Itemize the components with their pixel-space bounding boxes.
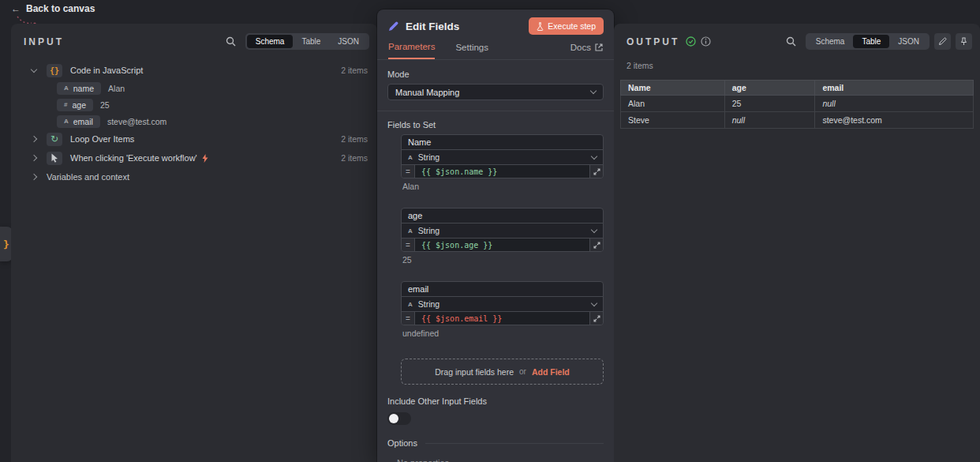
- schema-field-email[interactable]: A email steve@test.com: [11, 113, 368, 130]
- expression-mode-toggle[interactable]: =: [402, 239, 415, 251]
- output-search-button[interactable]: [781, 36, 801, 47]
- chevron-right-icon[interactable]: [31, 174, 37, 180]
- field-type-value: String: [418, 299, 440, 309]
- cell-name[interactable]: Alan: [621, 96, 725, 112]
- field-type-select[interactable]: A String: [401, 149, 604, 165]
- node-details-panel: Edit Fields Execute step Parameters Sett…: [377, 9, 614, 462]
- options-label: Options: [387, 438, 417, 448]
- expression-input[interactable]: {{ $json.age }}: [415, 239, 589, 251]
- cell-name[interactable]: Steve: [621, 112, 725, 129]
- field-type-value: String: [418, 152, 440, 162]
- include-other-fields-toggle[interactable]: [387, 412, 411, 425]
- chevron-right-icon[interactable]: [31, 136, 37, 142]
- tree-node-variables-and-context[interactable]: Variables and context: [11, 167, 368, 186]
- column-header-age[interactable]: age: [724, 81, 815, 96]
- field-type-select[interactable]: A String: [401, 223, 604, 239]
- mode-select[interactable]: Manual Mapping: [387, 84, 604, 100]
- loop-arrow-icon: ↻: [50, 133, 58, 145]
- expression-input[interactable]: {{ $json.name }}: [415, 165, 589, 178]
- number-type-icon: #: [64, 101, 67, 108]
- expression-preview: 25: [402, 255, 604, 265]
- output-tab-json[interactable]: JSON: [889, 35, 928, 48]
- add-field-link[interactable]: Add Field: [532, 367, 570, 377]
- back-link-label: Back to canvas: [26, 3, 95, 14]
- drag-hint-text: Drag input fields here: [435, 367, 514, 377]
- field-key: name: [73, 84, 94, 93]
- field-type-value: String: [418, 226, 440, 235]
- output-panel: OUTPUT Schema Table JSON: [614, 24, 980, 462]
- input-search-button[interactable]: [221, 36, 241, 47]
- field-type-select[interactable]: A String: [401, 296, 604, 312]
- field-pill[interactable]: # age: [57, 99, 93, 111]
- mode-value: Manual Mapping: [395, 88, 459, 97]
- column-header-name[interactable]: Name: [621, 81, 725, 96]
- expand-expression-button[interactable]: [589, 239, 603, 251]
- docs-link[interactable]: Docs: [570, 43, 603, 58]
- execute-step-button[interactable]: Execute step: [529, 17, 604, 35]
- output-tab-schema[interactable]: Schema: [807, 35, 854, 48]
- tab-settings[interactable]: Settings: [455, 43, 488, 58]
- pin-data-button[interactable]: [956, 33, 972, 50]
- tree-node-label: When clicking 'Execute workflow': [70, 153, 197, 163]
- field-key: email: [73, 117, 93, 126]
- input-panel-title: INPUT: [24, 36, 64, 47]
- field-name-input[interactable]: [401, 134, 604, 150]
- tree-node-code-in-javascript[interactable]: {} Code in JavaScript 2 items: [11, 61, 368, 80]
- tree-node-label: Variables and context: [47, 172, 129, 182]
- code-node-icon: {}: [47, 64, 62, 77]
- field-card-email: A String = {{ $json.email }} undefined: [401, 281, 604, 338]
- input-view-switcher: Schema Table JSON: [245, 33, 369, 50]
- node-title: Edit Fields: [406, 21, 459, 32]
- schema-field-name[interactable]: A name Alan: [11, 80, 368, 96]
- cell-age-null[interactable]: null: [724, 112, 815, 129]
- input-tab-json[interactable]: JSON: [329, 35, 368, 48]
- string-type-icon: A: [64, 118, 69, 125]
- field-pill[interactable]: A name: [57, 82, 101, 95]
- pencil-node-icon: [387, 21, 399, 32]
- expression-mode-toggle[interactable]: =: [402, 312, 415, 325]
- expression-input-error[interactable]: {{ $json.email }}: [415, 312, 589, 325]
- chevron-right-icon[interactable]: [31, 155, 37, 161]
- cell-email[interactable]: steve@test.com: [815, 112, 974, 129]
- chevron-down-icon: [590, 88, 597, 94]
- table-row: Alan 25 null: [621, 96, 974, 112]
- chevron-down-icon[interactable]: [31, 66, 37, 72]
- field-value: steve@test.com: [107, 117, 166, 126]
- edit-output-button[interactable]: [934, 33, 951, 50]
- tree-node-manual-trigger[interactable]: When clicking 'Execute workflow' 2 items: [11, 148, 368, 167]
- back-to-canvas-link[interactable]: ← Back to canvas: [11, 3, 95, 14]
- output-panel-header: OUTPUT Schema Table JSON: [614, 24, 980, 58]
- input-schema-tree: {} Code in JavaScript 2 items A name Ala…: [11, 58, 377, 186]
- column-header-email[interactable]: email: [815, 81, 974, 96]
- divider: [425, 443, 604, 444]
- fields-to-set-label: Fields to Set: [387, 120, 604, 130]
- field-name-input[interactable]: [401, 281, 604, 297]
- cell-email-null[interactable]: null: [815, 96, 974, 112]
- schema-field-age[interactable]: # age 25: [11, 96, 368, 113]
- tree-children: A name Alan # age 25 A email steve@test.…: [11, 80, 368, 130]
- output-table-header-row: Name age email: [621, 81, 974, 96]
- info-icon[interactable]: [701, 36, 711, 47]
- expression-mode-toggle[interactable]: =: [402, 165, 415, 178]
- search-icon: [786, 36, 796, 47]
- pencil-icon: [938, 37, 947, 46]
- input-panel-header: INPUT Schema Table JSON: [11, 24, 377, 58]
- tab-parameters[interactable]: Parameters: [388, 42, 435, 59]
- cell-age[interactable]: 25: [724, 96, 815, 112]
- ndv-parameters-body: Mode Manual Mapping Fields to Set A Stri…: [377, 60, 614, 462]
- search-icon: [226, 36, 236, 47]
- expression-preview: undefined: [402, 329, 604, 338]
- chevron-down-icon: [591, 299, 597, 306]
- input-tab-schema[interactable]: Schema: [247, 35, 294, 48]
- string-type-icon: A: [64, 85, 69, 92]
- fields-list: A String = {{ $json.name }} Alan: [401, 134, 604, 338]
- string-type-icon: A: [408, 227, 413, 235]
- tree-node-loop-over-items[interactable]: ↻ Loop Over Items 2 items: [11, 130, 368, 148]
- field-pill[interactable]: A email: [57, 115, 100, 128]
- expand-expression-button[interactable]: [589, 165, 603, 178]
- input-tab-table[interactable]: Table: [293, 35, 329, 48]
- output-tab-table[interactable]: Table: [853, 35, 889, 48]
- expand-expression-button[interactable]: [589, 312, 603, 325]
- field-name-input[interactable]: [401, 208, 604, 223]
- drag-drop-zone[interactable]: Drag input fields here or Add Field: [401, 359, 604, 385]
